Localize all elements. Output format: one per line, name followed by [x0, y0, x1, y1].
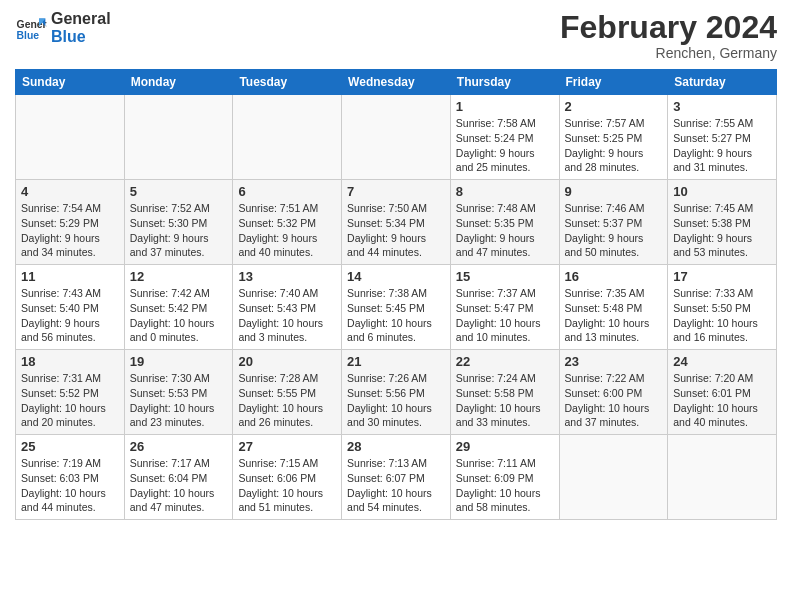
day-number: 15 [456, 269, 554, 284]
day-number: 21 [347, 354, 445, 369]
table-row [668, 435, 777, 520]
table-row: 12Sunrise: 7:42 AMSunset: 5:42 PMDayligh… [124, 265, 233, 350]
logo-line1: General [51, 10, 111, 28]
day-number: 25 [21, 439, 119, 454]
header-friday: Friday [559, 70, 668, 95]
logo: General Blue General Blue [15, 10, 111, 45]
table-row [342, 95, 451, 180]
table-row [16, 95, 125, 180]
day-number: 18 [21, 354, 119, 369]
day-number: 16 [565, 269, 663, 284]
day-info: Sunrise: 7:57 AMSunset: 5:25 PMDaylight:… [565, 116, 663, 175]
table-row: 29Sunrise: 7:11 AMSunset: 6:09 PMDayligh… [450, 435, 559, 520]
day-number: 8 [456, 184, 554, 199]
day-number: 24 [673, 354, 771, 369]
day-info: Sunrise: 7:17 AMSunset: 6:04 PMDaylight:… [130, 456, 228, 515]
day-info: Sunrise: 7:19 AMSunset: 6:03 PMDaylight:… [21, 456, 119, 515]
table-row: 2Sunrise: 7:57 AMSunset: 5:25 PMDaylight… [559, 95, 668, 180]
table-row: 19Sunrise: 7:30 AMSunset: 5:53 PMDayligh… [124, 350, 233, 435]
table-row: 20Sunrise: 7:28 AMSunset: 5:55 PMDayligh… [233, 350, 342, 435]
table-row [559, 435, 668, 520]
table-row: 23Sunrise: 7:22 AMSunset: 6:00 PMDayligh… [559, 350, 668, 435]
week-row-5: 25Sunrise: 7:19 AMSunset: 6:03 PMDayligh… [16, 435, 777, 520]
table-row: 6Sunrise: 7:51 AMSunset: 5:32 PMDaylight… [233, 180, 342, 265]
day-number: 17 [673, 269, 771, 284]
table-row: 9Sunrise: 7:46 AMSunset: 5:37 PMDaylight… [559, 180, 668, 265]
table-row: 1Sunrise: 7:58 AMSunset: 5:24 PMDaylight… [450, 95, 559, 180]
page-header: General Blue General Blue February 2024 … [15, 10, 777, 61]
day-info: Sunrise: 7:13 AMSunset: 6:07 PMDaylight:… [347, 456, 445, 515]
day-info: Sunrise: 7:54 AMSunset: 5:29 PMDaylight:… [21, 201, 119, 260]
day-number: 1 [456, 99, 554, 114]
table-row: 26Sunrise: 7:17 AMSunset: 6:04 PMDayligh… [124, 435, 233, 520]
day-number: 3 [673, 99, 771, 114]
table-row: 24Sunrise: 7:20 AMSunset: 6:01 PMDayligh… [668, 350, 777, 435]
day-number: 4 [21, 184, 119, 199]
day-info: Sunrise: 7:26 AMSunset: 5:56 PMDaylight:… [347, 371, 445, 430]
day-info: Sunrise: 7:20 AMSunset: 6:01 PMDaylight:… [673, 371, 771, 430]
day-info: Sunrise: 7:37 AMSunset: 5:47 PMDaylight:… [456, 286, 554, 345]
table-row: 17Sunrise: 7:33 AMSunset: 5:50 PMDayligh… [668, 265, 777, 350]
day-number: 23 [565, 354, 663, 369]
day-number: 29 [456, 439, 554, 454]
day-info: Sunrise: 7:42 AMSunset: 5:42 PMDaylight:… [130, 286, 228, 345]
day-number: 9 [565, 184, 663, 199]
table-row [233, 95, 342, 180]
day-number: 7 [347, 184, 445, 199]
calendar-table: Sunday Monday Tuesday Wednesday Thursday… [15, 69, 777, 520]
weekday-header-row: Sunday Monday Tuesday Wednesday Thursday… [16, 70, 777, 95]
table-row: 5Sunrise: 7:52 AMSunset: 5:30 PMDaylight… [124, 180, 233, 265]
day-info: Sunrise: 7:46 AMSunset: 5:37 PMDaylight:… [565, 201, 663, 260]
logo-icon: General Blue [15, 12, 47, 44]
day-number: 13 [238, 269, 336, 284]
day-number: 5 [130, 184, 228, 199]
day-info: Sunrise: 7:48 AMSunset: 5:35 PMDaylight:… [456, 201, 554, 260]
day-number: 28 [347, 439, 445, 454]
header-tuesday: Tuesday [233, 70, 342, 95]
month-title: February 2024 [560, 10, 777, 45]
day-info: Sunrise: 7:31 AMSunset: 5:52 PMDaylight:… [21, 371, 119, 430]
day-info: Sunrise: 7:38 AMSunset: 5:45 PMDaylight:… [347, 286, 445, 345]
table-row: 10Sunrise: 7:45 AMSunset: 5:38 PMDayligh… [668, 180, 777, 265]
day-info: Sunrise: 7:24 AMSunset: 5:58 PMDaylight:… [456, 371, 554, 430]
day-info: Sunrise: 7:58 AMSunset: 5:24 PMDaylight:… [456, 116, 554, 175]
day-info: Sunrise: 7:51 AMSunset: 5:32 PMDaylight:… [238, 201, 336, 260]
day-info: Sunrise: 7:30 AMSunset: 5:53 PMDaylight:… [130, 371, 228, 430]
day-info: Sunrise: 7:33 AMSunset: 5:50 PMDaylight:… [673, 286, 771, 345]
header-wednesday: Wednesday [342, 70, 451, 95]
table-row: 21Sunrise: 7:26 AMSunset: 5:56 PMDayligh… [342, 350, 451, 435]
header-monday: Monday [124, 70, 233, 95]
day-info: Sunrise: 7:50 AMSunset: 5:34 PMDaylight:… [347, 201, 445, 260]
table-row: 4Sunrise: 7:54 AMSunset: 5:29 PMDaylight… [16, 180, 125, 265]
day-number: 19 [130, 354, 228, 369]
table-row: 14Sunrise: 7:38 AMSunset: 5:45 PMDayligh… [342, 265, 451, 350]
table-row: 8Sunrise: 7:48 AMSunset: 5:35 PMDaylight… [450, 180, 559, 265]
header-thursday: Thursday [450, 70, 559, 95]
day-info: Sunrise: 7:35 AMSunset: 5:48 PMDaylight:… [565, 286, 663, 345]
day-number: 22 [456, 354, 554, 369]
table-row: 11Sunrise: 7:43 AMSunset: 5:40 PMDayligh… [16, 265, 125, 350]
day-info: Sunrise: 7:40 AMSunset: 5:43 PMDaylight:… [238, 286, 336, 345]
table-row: 3Sunrise: 7:55 AMSunset: 5:27 PMDaylight… [668, 95, 777, 180]
week-row-2: 4Sunrise: 7:54 AMSunset: 5:29 PMDaylight… [16, 180, 777, 265]
day-info: Sunrise: 7:11 AMSunset: 6:09 PMDaylight:… [456, 456, 554, 515]
day-info: Sunrise: 7:45 AMSunset: 5:38 PMDaylight:… [673, 201, 771, 260]
table-row: 27Sunrise: 7:15 AMSunset: 6:06 PMDayligh… [233, 435, 342, 520]
day-number: 27 [238, 439, 336, 454]
week-row-4: 18Sunrise: 7:31 AMSunset: 5:52 PMDayligh… [16, 350, 777, 435]
day-number: 10 [673, 184, 771, 199]
svg-text:Blue: Blue [17, 30, 40, 41]
header-saturday: Saturday [668, 70, 777, 95]
day-info: Sunrise: 7:22 AMSunset: 6:00 PMDaylight:… [565, 371, 663, 430]
day-number: 11 [21, 269, 119, 284]
day-info: Sunrise: 7:43 AMSunset: 5:40 PMDaylight:… [21, 286, 119, 345]
day-info: Sunrise: 7:55 AMSunset: 5:27 PMDaylight:… [673, 116, 771, 175]
table-row: 22Sunrise: 7:24 AMSunset: 5:58 PMDayligh… [450, 350, 559, 435]
table-row: 25Sunrise: 7:19 AMSunset: 6:03 PMDayligh… [16, 435, 125, 520]
table-row: 15Sunrise: 7:37 AMSunset: 5:47 PMDayligh… [450, 265, 559, 350]
table-row: 28Sunrise: 7:13 AMSunset: 6:07 PMDayligh… [342, 435, 451, 520]
title-section: February 2024 Renchen, Germany [560, 10, 777, 61]
day-number: 26 [130, 439, 228, 454]
day-number: 14 [347, 269, 445, 284]
day-info: Sunrise: 7:15 AMSunset: 6:06 PMDaylight:… [238, 456, 336, 515]
